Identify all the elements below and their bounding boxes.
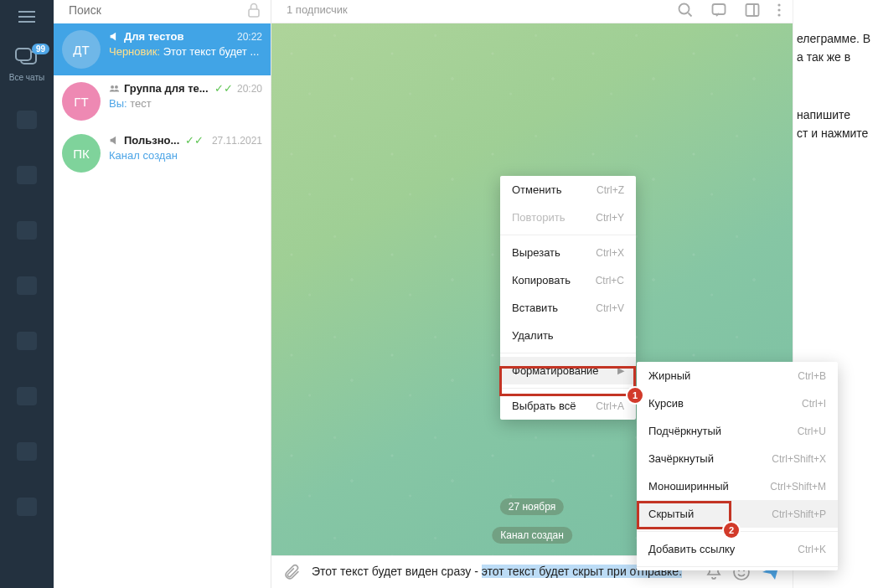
hamburger-icon — [18, 11, 35, 23]
rail-placeholder — [17, 387, 37, 405]
all-chats-label: Все чаты — [9, 73, 44, 82]
ctx-copy[interactable]: КопироватьCtrl+C — [500, 266, 636, 294]
rail-placeholder — [17, 276, 37, 295]
svg-point-3 — [679, 3, 689, 13]
context-menu-formatting: ЖирныйCtrl+B КурсивCtrl+I ПодчёркнутыйCt… — [637, 362, 838, 570]
ctx-select-all[interactable]: Выбрать всёCtrl+A — [500, 392, 636, 420]
chat-time: 27.11.2021 — [212, 135, 262, 147]
chat-preview: Черновик: Этот текст будет ... — [109, 45, 262, 58]
ctx-undo[interactable]: ОтменитьCtrl+Z — [500, 176, 636, 204]
ctx-delete[interactable]: Удалить — [500, 322, 636, 349]
search-icon[interactable] — [677, 2, 694, 18]
chat-time: 20:20 — [237, 83, 262, 95]
unread-badge: 99 — [32, 44, 49, 54]
svg-point-1 — [111, 85, 114, 89]
avatar: ДТ — [62, 30, 101, 69]
context-menu-edit: ОтменитьCtrl+Z ПовторитьCtrl+Y ВырезатьC… — [500, 176, 636, 420]
service-message: Канал создан — [492, 527, 572, 544]
rail-placeholder — [17, 166, 37, 184]
menu-button[interactable] — [0, 0, 54, 34]
channel-icon — [109, 31, 120, 42]
ctx-redo: ПовторитьCtrl+Y — [500, 204, 636, 231]
all-chats-tab[interactable]: 99 Все чаты — [9, 47, 44, 82]
group-icon — [109, 83, 120, 94]
channel-icon — [109, 135, 120, 146]
svg-rect-4 — [713, 4, 726, 14]
left-rail: 99 Все чаты — [0, 0, 54, 588]
chat-preview: Канал создан — [109, 149, 262, 162]
ctx-bold[interactable]: ЖирныйCtrl+B — [637, 362, 838, 389]
svg-point-6 — [777, 3, 780, 6]
comments-icon[interactable] — [710, 2, 727, 18]
annotation-callout-2: 2 — [724, 523, 739, 538]
lock-icon[interactable] — [247, 2, 261, 18]
search-row — [54, 0, 271, 23]
chat-header: 1 подписчик — [271, 0, 793, 23]
chat-list-pane: ДТ Для тестов 20:22 Черновик: Этот текст… — [54, 0, 271, 588]
ctx-formatting[interactable]: Форматирование▶ — [500, 357, 636, 384]
subscriber-count: 1 подписчик — [287, 3, 348, 16]
ctx-underline[interactable]: ПодчёркнутыйCtrl+U — [637, 417, 838, 445]
ctx-mono[interactable]: МоноширинныйCtrl+Shift+M — [637, 472, 838, 500]
ctx-strike[interactable]: ЗачёркнутыйCtrl+Shift+X — [637, 445, 838, 472]
chat-name: Для тестов — [124, 30, 184, 43]
chat-item-channel[interactable]: ПК Пользно... ✓✓ 27.11.2021 Канал создан — [54, 127, 271, 179]
rail-placeholder — [17, 221, 37, 240]
svg-point-2 — [115, 85, 118, 89]
attach-icon[interactable] — [283, 563, 302, 581]
rail-placeholder — [17, 332, 37, 350]
chat-preview: Вы: тест — [109, 97, 262, 110]
rail-placeholder — [17, 111, 37, 129]
date-pill: 27 ноября — [500, 498, 564, 515]
ctx-italic[interactable]: КурсивCtrl+I — [637, 389, 838, 417]
svg-rect-5 — [746, 4, 759, 16]
chat-name: Группа для те... — [124, 82, 209, 95]
avatar: ПК — [62, 134, 101, 173]
svg-point-7 — [777, 8, 780, 11]
ctx-spoiler[interactable]: СкрытыйCtrl+Shift+P — [637, 500, 838, 528]
chat-time: 20:22 — [237, 31, 262, 43]
svg-point-8 — [777, 13, 780, 16]
annotation-callout-1: 1 — [628, 388, 643, 403]
more-icon[interactable] — [777, 2, 781, 18]
svg-rect-0 — [249, 9, 259, 17]
chat-name: Пользно... — [124, 134, 179, 147]
chat-item-tests[interactable]: ДТ Для тестов 20:22 Черновик: Этот текст… — [54, 23, 271, 75]
chat-item-group[interactable]: ГТ Группа для те... ✓✓ 20:20 Вы: тест — [54, 75, 271, 127]
ctx-paste[interactable]: ВставитьCtrl+V — [500, 294, 636, 322]
ctx-add-link[interactable]: Добавить ссылкуCtrl+K — [637, 535, 838, 563]
rail-placeholder — [17, 442, 37, 461]
avatar: ГТ — [62, 82, 101, 121]
search-input[interactable] — [69, 3, 239, 17]
chevron-right-icon: ▶ — [617, 365, 624, 376]
read-check-icon: ✓✓ — [214, 82, 233, 95]
sidebar-icon[interactable] — [744, 2, 761, 18]
rail-placeholder — [17, 498, 37, 516]
read-check-icon: ✓✓ — [185, 134, 204, 147]
ctx-cut[interactable]: ВырезатьCtrl+X — [500, 239, 636, 266]
